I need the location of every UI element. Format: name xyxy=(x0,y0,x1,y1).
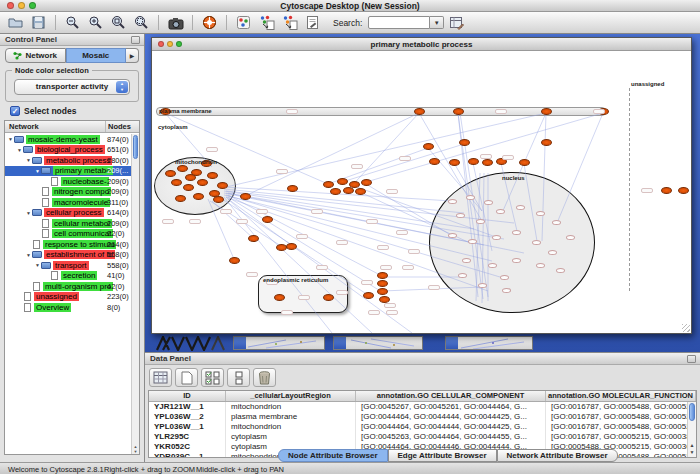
network-node[interactable] xyxy=(193,193,204,200)
network-node-unselected[interactable] xyxy=(462,258,471,263)
table-cell[interactable]: [GO:0045263, GO:0044464, GO:0044455, G..… xyxy=(356,432,546,442)
network-node[interactable] xyxy=(361,179,372,186)
network-node[interactable] xyxy=(377,272,388,279)
tree-row[interactable]: multi-organism pro42(0) xyxy=(5,281,131,292)
tab-node-attribute-browser[interactable]: Node Attribute Browser xyxy=(278,449,388,462)
network-node[interactable] xyxy=(175,195,186,202)
tab-mosaic[interactable]: Mosaic xyxy=(66,48,127,63)
network-node-unselected[interactable] xyxy=(516,205,525,210)
network-node-unselected[interactable] xyxy=(488,263,497,268)
minimize-window-button[interactable] xyxy=(18,2,25,9)
network-node[interactable] xyxy=(197,179,208,186)
network-node[interactable] xyxy=(207,172,218,179)
network-node-unselected[interactable] xyxy=(448,199,457,204)
network-node[interactable] xyxy=(287,185,298,192)
network-node[interactable] xyxy=(286,243,297,250)
network-node-unselected[interactable] xyxy=(466,195,475,200)
minimized-window-tab[interactable] xyxy=(234,337,246,349)
minimized-window-tab[interactable] xyxy=(446,337,458,349)
network-node[interactable] xyxy=(459,139,470,146)
expanded-arrow-icon[interactable]: ▼ xyxy=(25,157,32,163)
table-cell[interactable]: [GO:0016787, GO:0005215, GO:0003824, G..… xyxy=(546,432,696,442)
table-row[interactable]: YJR121W__1mitochondrion[GO:0045267, GO:0… xyxy=(149,402,696,412)
minimize-view-button[interactable] xyxy=(167,41,173,47)
network-node-unselected[interactable] xyxy=(476,219,485,224)
network-node[interactable] xyxy=(330,188,341,195)
network-node-unselected[interactable] xyxy=(532,240,541,245)
table-cell[interactable]: YJR121W__1 xyxy=(149,402,226,412)
tree-row[interactable]: ▼mosaic-demo-yeast874(0) xyxy=(5,134,131,145)
table-cell[interactable]: mitochondrion xyxy=(226,402,356,412)
zoom-view-button[interactable] xyxy=(176,41,182,47)
open-session-icon[interactable] xyxy=(5,13,26,32)
network-node-unselected[interactable] xyxy=(492,235,501,240)
network-node[interactable] xyxy=(274,294,285,301)
dropdown-stepper-icon[interactable]: ▲▼ xyxy=(116,81,128,93)
network-node[interactable] xyxy=(482,159,493,166)
table-cell[interactable]: YDR039C__1 xyxy=(149,452,226,458)
tree-row[interactable]: ▼establishment of lo558(0) xyxy=(5,250,131,261)
network-node[interactable] xyxy=(185,174,196,181)
network-view-window-controls[interactable] xyxy=(158,41,182,47)
network-node[interactable] xyxy=(171,179,182,186)
network-node[interactable] xyxy=(661,187,672,194)
network-node-unselected[interactable] xyxy=(500,275,509,280)
table-cell[interactable]: [GO:0044464, GO:0044444, GO:0044425, G..… xyxy=(356,412,546,422)
table-cell[interactable]: YKR052C xyxy=(149,442,226,452)
network-node[interactable] xyxy=(323,294,334,301)
minimized-window[interactable] xyxy=(445,336,533,350)
expanded-arrow-icon[interactable]: ▼ xyxy=(25,252,32,258)
tree-row[interactable]: ▼primary metabo209(... xyxy=(5,166,131,177)
network-node[interactable] xyxy=(165,170,176,177)
network-node-unselected[interactable] xyxy=(496,209,505,214)
network-node[interactable] xyxy=(248,235,259,242)
attribute-editor-icon[interactable] xyxy=(446,13,467,32)
search-dropdown-arrow-icon[interactable]: ▼ xyxy=(430,16,444,29)
close-view-button[interactable] xyxy=(158,41,164,47)
zoom-out-icon[interactable] xyxy=(62,13,83,32)
table-scrollbar[interactable]: ▲▼ xyxy=(687,402,696,457)
network-node[interactable] xyxy=(213,196,224,203)
network-node-unselected[interactable] xyxy=(512,258,521,263)
table-cell[interactable]: YPL036W__2 xyxy=(149,412,226,422)
expanded-arrow-icon[interactable]: ▼ xyxy=(25,210,32,216)
network-node[interactable] xyxy=(468,158,479,165)
network-node-unselected[interactable] xyxy=(456,213,465,218)
zoom-fit-content-icon[interactable] xyxy=(108,13,129,32)
network-node[interactable] xyxy=(678,187,689,194)
tab-edge-attribute-browser[interactable]: Edge Attribute Browser xyxy=(388,449,497,462)
select-nodes-checkbox[interactable]: ✓ xyxy=(10,106,20,116)
node-color-dropdown[interactable]: transporter activity ▲▼ xyxy=(14,79,130,95)
float-panel-icon[interactable] xyxy=(131,36,140,44)
table-row[interactable]: YPL036W__1mitochondrion[GO:0044464, GO:0… xyxy=(149,422,696,432)
import-network-icon[interactable] xyxy=(256,13,277,32)
help-lifesaver-icon[interactable] xyxy=(199,13,220,32)
table-row[interactable]: YPL036W__2plasma membrane[GO:0044464, GO… xyxy=(149,412,696,422)
minimized-window[interactable] xyxy=(333,336,423,350)
expanded-arrow-icon[interactable]: ▼ xyxy=(34,168,41,174)
column-header-id[interactable]: ID xyxy=(149,391,226,401)
table-cell[interactable]: [GO:0016787, GO:0005488, GO:0005215, G..… xyxy=(546,422,696,432)
tree-row[interactable]: cellular metabol209(0) xyxy=(5,218,131,229)
tree-scrollbar[interactable]: ▲▼ xyxy=(131,134,139,454)
network-node-unselected[interactable] xyxy=(536,263,545,268)
network-node[interactable] xyxy=(541,108,552,115)
network-node-unselected[interactable] xyxy=(512,230,521,235)
search-input[interactable] xyxy=(368,16,430,29)
tab-network-attribute-browser[interactable]: Network Attribute Browser xyxy=(497,449,618,462)
network-node-unselected[interactable] xyxy=(484,200,493,205)
expanded-arrow-icon[interactable]: ▼ xyxy=(34,262,41,268)
network-node-unselected[interactable] xyxy=(552,220,561,225)
window-controls[interactable] xyxy=(7,2,36,9)
tree-scrollbar-arrows[interactable]: ▲▼ xyxy=(132,444,139,454)
table-scrollbar-arrows[interactable]: ▲▼ xyxy=(688,442,696,456)
tree-row[interactable]: nucleobase-209(0) xyxy=(5,176,131,187)
tab-network[interactable]: Network xyxy=(5,48,66,63)
column-header-molecular-function[interactable]: annotation.GO MOLECULAR_FUNCTION xyxy=(546,391,696,401)
minimized-window-tab[interactable] xyxy=(334,337,346,349)
tree-row[interactable]: ▼biological_process651(0) xyxy=(5,145,131,156)
select-attributes-icon[interactable] xyxy=(201,368,224,387)
tree-row[interactable]: nitrogen compo209(0) xyxy=(5,187,131,198)
network-node-unselected[interactable] xyxy=(548,250,557,255)
network-node-unselected[interactable] xyxy=(448,233,457,238)
